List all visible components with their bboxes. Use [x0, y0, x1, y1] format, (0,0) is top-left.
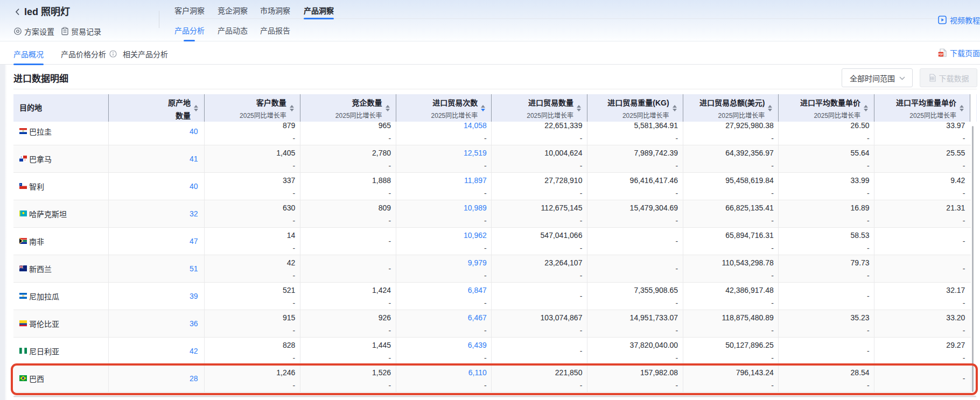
svg-text:PDF: PDF: [938, 53, 943, 55]
